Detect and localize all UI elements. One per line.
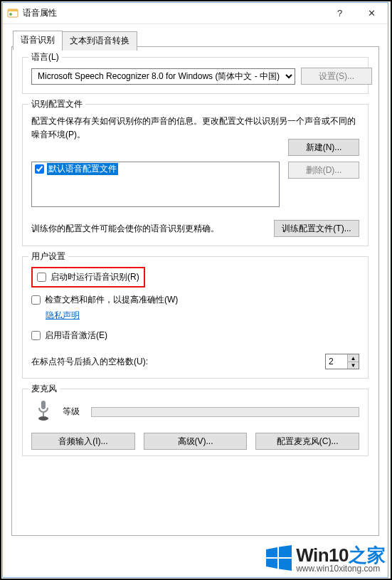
profiles-description: 配置文件保存有关如何识别你的声音的信息。更改配置文件以识别另一个声音或不同的噪音… [31, 115, 359, 142]
profile-listbox[interactable]: 默认语音配置文件 [31, 162, 280, 207]
group-microphone: 麦克风 等级 [22, 389, 369, 456]
advanced-button[interactable]: 高级(V)... [144, 433, 248, 450]
profile-item-label: 默认语音配置文件 [47, 163, 118, 175]
group-user-settings: 用户设置 启动时运行语音识别(R) 检查文档和邮件，以提高准确性(W) 隐私声明 [22, 256, 369, 379]
group-profiles-legend: 识别配置文件 [28, 98, 85, 110]
language-combo[interactable]: Microsoft Speech Recognizer 8.0 for Wind… [31, 68, 295, 85]
ok-button[interactable]: 确定 [315, 552, 376, 569]
train-description: 训练你的配置文件可能会使你的语音识别更精确。 [31, 223, 268, 235]
voice-activation-checkbox[interactable] [31, 331, 41, 340]
privacy-link[interactable]: 隐私声明 [46, 310, 80, 320]
profile-list-item[interactable]: 默认语音配置文件 [32, 162, 279, 176]
mic-level-label: 等级 [63, 406, 80, 418]
delete-profile-button[interactable]: 删除(D)... [288, 162, 359, 179]
window-title: 语音属性 [23, 7, 324, 19]
review-docs-checkbox[interactable] [31, 295, 41, 305]
tab-speech-recognition[interactable]: 语音识别 [13, 31, 63, 50]
mic-level-meter [91, 407, 359, 417]
app-icon [7, 8, 18, 19]
svg-rect-1 [8, 9, 18, 11]
configure-mic-button[interactable]: 配置麦克风(C)... [255, 433, 359, 450]
spaces-label: 在标点符号后插入的空格数(U): [31, 356, 319, 368]
spin-down-icon[interactable]: ▼ [348, 362, 359, 369]
profile-item-checkbox[interactable] [35, 164, 44, 174]
microphone-icon [36, 399, 51, 424]
svg-point-2 [9, 13, 12, 16]
run-at-start-checkbox[interactable] [37, 273, 46, 282]
group-profiles: 识别配置文件 配置文件保存有关如何识别你的声音的信息。更改配置文件以识别另一个声… [22, 104, 369, 246]
tab-panel: 语言(L) Microsoft Speech Recognizer 8.0 fo… [11, 46, 379, 536]
tabstrip: 语音识别 文本到语音转换 [13, 30, 137, 49]
titlebar: 语音属性 ? ✕ [3, 3, 388, 24]
dialog-button-bar: 确定 [3, 543, 388, 577]
run-at-start-label: 启动时运行语音识别(R) [51, 271, 139, 283]
spin-up-icon[interactable]: ▲ [348, 354, 359, 362]
tab-text-to-speech[interactable]: 文本到语音转换 [62, 31, 137, 51]
help-button[interactable]: ? [324, 3, 356, 23]
voice-activation-label: 启用语音激活(E) [45, 329, 107, 342]
spaces-value: 2 [326, 354, 347, 369]
train-profile-button[interactable]: 训练配置文件(T)... [274, 220, 359, 237]
new-profile-button[interactable]: 新建(N)... [288, 139, 359, 156]
group-user-settings-legend: 用户设置 [28, 251, 68, 263]
review-docs-label: 检查文档和邮件，以提高准确性(W) [45, 294, 178, 306]
svg-rect-3 [41, 401, 46, 409]
spaces-spinner[interactable]: 2 ▲ ▼ [325, 354, 359, 369]
run-at-start-highlight: 启动时运行语音识别(R) [31, 267, 145, 288]
group-language-legend: 语言(L) [28, 51, 62, 63]
audio-input-button[interactable]: 音频输入(I)... [31, 433, 135, 450]
svg-point-5 [38, 416, 48, 421]
group-language: 语言(L) Microsoft Speech Recognizer 8.0 fo… [22, 57, 369, 94]
group-microphone-legend: 麦克风 [28, 383, 60, 395]
settings-button[interactable]: 设置(S)... [301, 68, 372, 85]
close-button[interactable]: ✕ [356, 3, 388, 23]
